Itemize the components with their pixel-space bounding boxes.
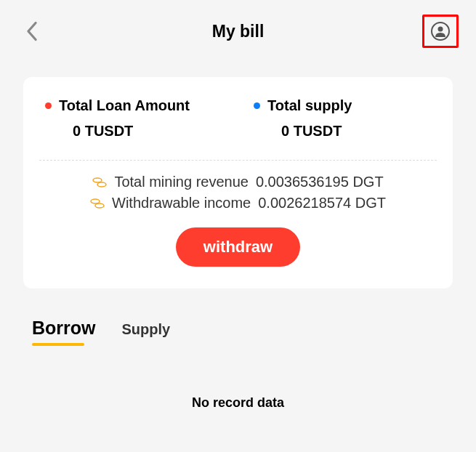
profile-icon	[431, 22, 450, 41]
supply-stat: Total supply 0 TUSDT	[254, 97, 431, 140]
svg-point-5	[95, 203, 104, 208]
withdrawable-income-row: Withdrawable income 0.0026218574 DGT	[90, 195, 386, 211]
dot-blue-icon	[254, 102, 260, 109]
loan-stat: Total Loan Amount 0 TUSDT	[45, 97, 254, 140]
divider	[39, 160, 437, 161]
withdrawable-income-value: 0.0026218574 DGT	[258, 195, 386, 211]
coins-icon	[92, 176, 107, 189]
svg-point-3	[97, 182, 106, 187]
mining-revenue-row: Total mining revenue 0.0036536195 DGT	[92, 174, 383, 190]
mining-revenue-label: Total mining revenue	[114, 174, 249, 190]
chevron-left-icon	[26, 21, 38, 41]
supply-label: Total supply	[267, 97, 352, 114]
coins-icon	[90, 197, 105, 210]
svg-point-2	[93, 178, 102, 182]
loan-label: Total Loan Amount	[59, 97, 190, 114]
back-button[interactable]	[26, 21, 38, 41]
supply-value: 0 TUSDT	[254, 123, 431, 140]
dot-red-icon	[45, 102, 52, 109]
svg-point-4	[91, 199, 100, 203]
page-title: My bill	[212, 22, 265, 41]
tab-supply[interactable]: Supply	[122, 321, 171, 344]
mining-revenue-value: 0.0036536195 DGT	[256, 174, 384, 190]
profile-button[interactable]	[422, 15, 459, 48]
svg-point-1	[438, 27, 443, 32]
withdraw-button[interactable]: withdraw	[176, 227, 300, 267]
withdrawable-income-label: Withdrawable income	[112, 195, 251, 211]
bill-card: Total Loan Amount 0 TUSDT Total supply 0…	[23, 77, 453, 288]
no-record-text: No record data	[0, 395, 476, 411]
loan-value: 0 TUSDT	[45, 123, 254, 140]
tab-borrow[interactable]: Borrow	[32, 318, 96, 344]
